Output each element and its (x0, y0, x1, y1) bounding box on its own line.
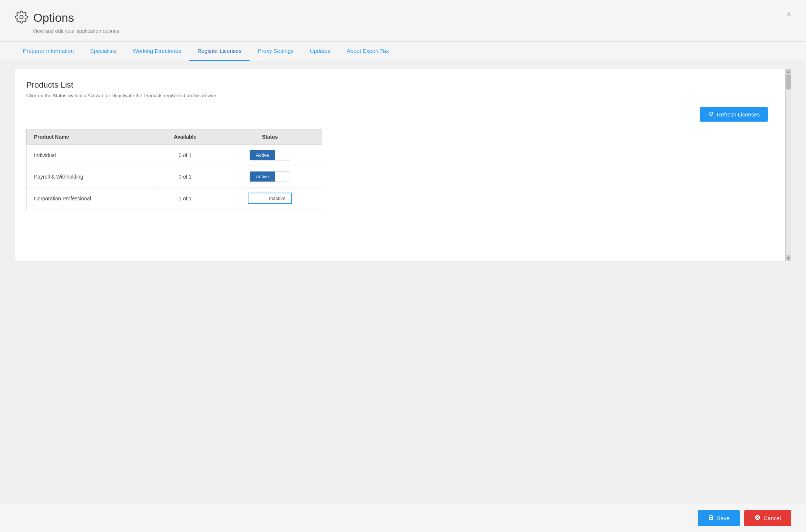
svg-point-0 (20, 16, 23, 19)
refresh-row: Refresh Licenses (26, 107, 774, 122)
available-cell: 0 of 1 (152, 166, 218, 187)
scrollbar-thumb[interactable] (786, 75, 791, 89)
products-list-subtitle: Click on the Status switch to Activate o… (26, 93, 774, 98)
product-name-cell: Corporation Professional (27, 187, 152, 210)
tab-proxy-settings[interactable]: Proxy Settings (250, 42, 302, 61)
content-panel: Products List Click on the Status switch… (15, 69, 791, 261)
content-panel-wrapper: Products List Click on the Status switch… (15, 69, 791, 261)
save-label: Save (717, 515, 729, 521)
active-label: Active (250, 172, 275, 182)
tab-preparer-information[interactable]: Preparer Information (15, 42, 82, 61)
table-body: Individual 0 of 1 Active Payroll & Withh… (27, 145, 322, 210)
table-row: Individual 0 of 1 Active (27, 145, 322, 166)
status-toggle-payroll[interactable]: Active (250, 171, 290, 182)
product-name-cell: Individual (27, 145, 152, 166)
table-header-row: Product Name Available Status (27, 129, 322, 145)
status-cell: Inactive (218, 187, 322, 210)
status-toggle-corporation[interactable]: Inactive (248, 193, 292, 204)
products-list-title: Products List (26, 80, 774, 90)
tabs-bar: Preparer Information Specialists Working… (0, 42, 806, 61)
save-button[interactable]: Save (698, 510, 740, 526)
tab-about-expert-tax[interactable]: About Expert Tax (339, 42, 397, 61)
col-header-product-name: Product Name (27, 129, 152, 145)
footer: Save Cancel (0, 504, 806, 532)
tab-register-licenses[interactable]: Register Licenses (189, 42, 250, 61)
table-row: Corporation Professional 1 of 1 Inactive (27, 187, 322, 210)
status-cell: Active (218, 166, 322, 187)
cancel-label: Cancel (763, 515, 781, 521)
table-row: Payroll & Withholding 0 of 1 Active (27, 166, 322, 187)
refresh-licenses-button[interactable]: Refresh Licenses (700, 107, 768, 122)
table-header: Product Name Available Status (27, 129, 322, 145)
gear-icon (15, 10, 28, 25)
refresh-licenses-label: Refresh Licenses (717, 111, 760, 118)
save-icon (708, 515, 714, 522)
inactive-label: Inactive (263, 193, 291, 203)
scrollbar-arrow-up[interactable]: ▲ (786, 69, 791, 75)
cancel-icon (755, 515, 761, 522)
active-label: Active (250, 150, 275, 160)
products-table: Product Name Available Status Individual… (26, 129, 322, 210)
product-name-cell: Payroll & Withholding (27, 166, 152, 187)
available-cell: 1 of 1 (152, 187, 218, 210)
page-title: Options (33, 11, 74, 25)
cancel-button[interactable]: Cancel (744, 510, 791, 526)
scrollbar-track: ▲ ▼ (785, 69, 791, 261)
tab-working-directories[interactable]: Working Directories (125, 42, 189, 61)
header: Options View and edit your application o… (0, 0, 806, 41)
refresh-icon (708, 111, 714, 118)
scrollbar-arrow-down[interactable]: ▼ (786, 255, 791, 261)
close-button[interactable]: × (786, 10, 791, 18)
page-subtitle: View and edit your application options (33, 28, 791, 34)
col-header-available: Available (152, 129, 218, 145)
status-toggle-individual[interactable]: Active (250, 150, 290, 160)
col-header-status: Status (218, 129, 322, 145)
main-content: Products List Click on the Status switch… (0, 61, 806, 504)
tab-specialists[interactable]: Specialists (82, 42, 125, 61)
available-cell: 0 of 1 (152, 145, 218, 166)
tab-updates[interactable]: Updates (302, 42, 339, 61)
status-cell: Active (218, 145, 322, 166)
